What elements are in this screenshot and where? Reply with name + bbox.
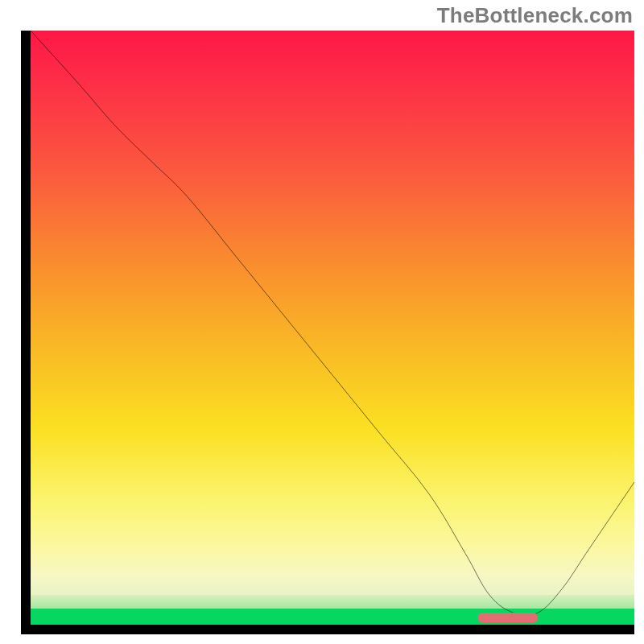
chart-stage: TheBottleneck.com bbox=[0, 0, 644, 644]
axes-frame bbox=[21, 31, 634, 634]
plot-area bbox=[31, 31, 634, 625]
bottleneck-curve bbox=[31, 31, 634, 625]
baseline-marker bbox=[477, 613, 538, 622]
watermark-text: TheBottleneck.com bbox=[437, 3, 633, 28]
